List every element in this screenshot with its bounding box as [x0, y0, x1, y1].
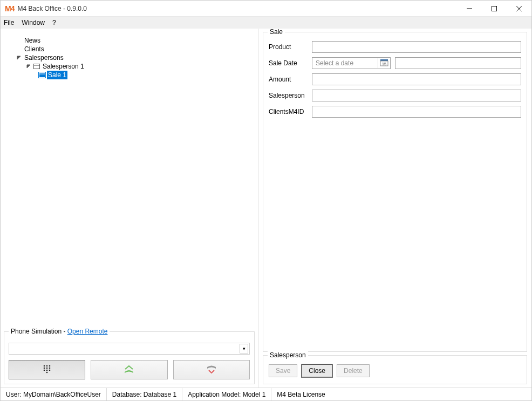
- menu-file[interactable]: File: [4, 19, 14, 26]
- clients-input[interactable]: [312, 106, 521, 118]
- svg-rect-4: [34, 64, 40, 69]
- svg-point-10: [49, 365, 51, 366]
- sale-group-legend: Sale: [268, 29, 285, 36]
- product-label: Product: [269, 43, 312, 51]
- tree-label: Salespersons: [23, 53, 65, 62]
- salesperson-field-row: Salesperson: [269, 90, 521, 101]
- tree-item-sale-1[interactable]: Sale 1: [6, 71, 253, 79]
- svg-rect-6: [39, 73, 45, 78]
- content-area: News Clients Salespersons Salesperson: [1, 29, 531, 388]
- svg-text:15: 15: [382, 62, 386, 66]
- close-window-button[interactable]: [507, 1, 531, 17]
- clients-label: ClientsM4ID: [269, 108, 312, 115]
- app-logo: M4: [5, 4, 14, 13]
- minimize-button[interactable]: [457, 1, 482, 17]
- phone-group-label: Phone Simulation -: [11, 328, 67, 335]
- open-remote-link[interactable]: Open Remote: [67, 328, 108, 335]
- svg-point-8: [44, 365, 45, 366]
- window-icon: [33, 63, 40, 70]
- salesperson-group-legend: Salesperson: [268, 351, 308, 359]
- svg-rect-1: [492, 6, 497, 11]
- window-title: M4 Back Office - 0.9.0.0: [17, 5, 87, 12]
- menu-window[interactable]: Window: [22, 19, 45, 26]
- tree-item-clients[interactable]: Clients: [6, 45, 253, 53]
- menu-help[interactable]: ?: [52, 19, 56, 26]
- product-row: Product: [269, 41, 521, 53]
- expander-open-icon[interactable]: [16, 55, 22, 61]
- save-button[interactable]: Save: [269, 364, 297, 377]
- maximize-button[interactable]: [482, 1, 507, 17]
- menu-bar: File Window ?: [1, 17, 531, 29]
- hangup-icon: [206, 365, 217, 375]
- tree-label: News: [23, 36, 42, 45]
- sale-form-group: Sale Product Sale Date Select a date: [263, 32, 527, 352]
- status-model: Application Model: Model 1: [182, 388, 271, 400]
- tree-label: Salesperson 1: [42, 62, 85, 71]
- salesperson-input[interactable]: [312, 90, 521, 101]
- spacer-icon: [16, 46, 22, 52]
- amount-row: Amount: [269, 73, 521, 85]
- call-button[interactable]: [91, 360, 167, 379]
- salesperson-actions-group: Salesperson Save Close Delete: [263, 355, 527, 384]
- phone-simulation-group: Phone Simulation - Open Remote ▾: [4, 331, 255, 384]
- amount-input[interactable]: [312, 73, 521, 85]
- svg-point-15: [46, 369, 48, 371]
- close-button[interactable]: Close: [302, 364, 332, 377]
- svg-point-12: [46, 367, 48, 369]
- saledate-row: Sale Date Select a date 15: [269, 57, 521, 69]
- navigation-tree[interactable]: News Clients Salespersons Salesperson: [4, 32, 255, 331]
- dialpad-icon: [43, 365, 51, 375]
- window-icon: [38, 72, 46, 78]
- left-pane: News Clients Salespersons Salesperson: [1, 29, 258, 388]
- tree-item-salespersons[interactable]: Salespersons: [6, 53, 253, 62]
- status-license: M4 Beta License: [271, 388, 330, 400]
- tree-label: Clients: [23, 45, 45, 53]
- tree-label: Sale 1: [47, 71, 67, 79]
- spacer-icon: [16, 37, 22, 44]
- status-user: User: MyDomain\BackOfficeUser: [1, 388, 107, 400]
- phone-group-legend: Phone Simulation - Open Remote: [9, 328, 110, 335]
- saledate-datepicker[interactable]: Select a date 15: [312, 57, 391, 69]
- phone-number-combobox[interactable]: ▾: [9, 343, 250, 355]
- salesperson-field-label: Salesperson: [269, 92, 312, 99]
- tree-item-news[interactable]: News: [6, 36, 253, 45]
- expander-open-icon[interactable]: [25, 63, 32, 70]
- delete-button[interactable]: Delete: [337, 364, 370, 377]
- title-bar: M4 M4 Back Office - 0.9.0.0: [1, 1, 531, 17]
- svg-point-17: [46, 371, 48, 373]
- saletime-input[interactable]: [395, 57, 521, 69]
- datepicker-placeholder: Select a date: [316, 59, 353, 67]
- right-pane: Sale Product Sale Date Select a date: [258, 29, 531, 388]
- dialpad-button[interactable]: [9, 360, 85, 379]
- amount-label: Amount: [269, 76, 312, 83]
- clients-row: ClientsM4ID: [269, 106, 521, 118]
- status-bar: User: MyDomain\BackOfficeUser Database: …: [1, 388, 531, 400]
- svg-point-13: [49, 367, 51, 369]
- status-database: Database: Database 1: [107, 388, 182, 400]
- hangup-button[interactable]: [173, 360, 250, 379]
- call-icon: [123, 365, 135, 375]
- tree-item-salesperson-1[interactable]: Salesperson 1: [6, 62, 253, 71]
- saledate-label: Sale Date: [269, 59, 312, 67]
- svg-point-9: [46, 365, 48, 366]
- svg-point-11: [44, 367, 45, 369]
- product-input[interactable]: [312, 41, 521, 53]
- calendar-button[interactable]: 15: [378, 58, 390, 68]
- calendar-icon: 15: [380, 59, 388, 68]
- svg-point-16: [49, 369, 51, 371]
- svg-point-14: [44, 369, 45, 371]
- dropdown-icon[interactable]: ▾: [240, 344, 248, 354]
